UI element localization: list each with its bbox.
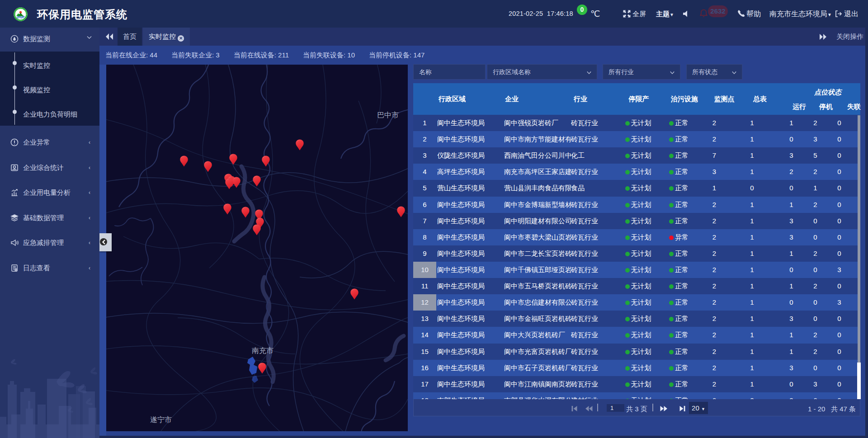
- svg-text:巴中市: 巴中市: [377, 111, 399, 119]
- svg-text:遂宁市: 遂宁市: [150, 416, 172, 424]
- svg-text:南充市: 南充市: [252, 347, 274, 354]
